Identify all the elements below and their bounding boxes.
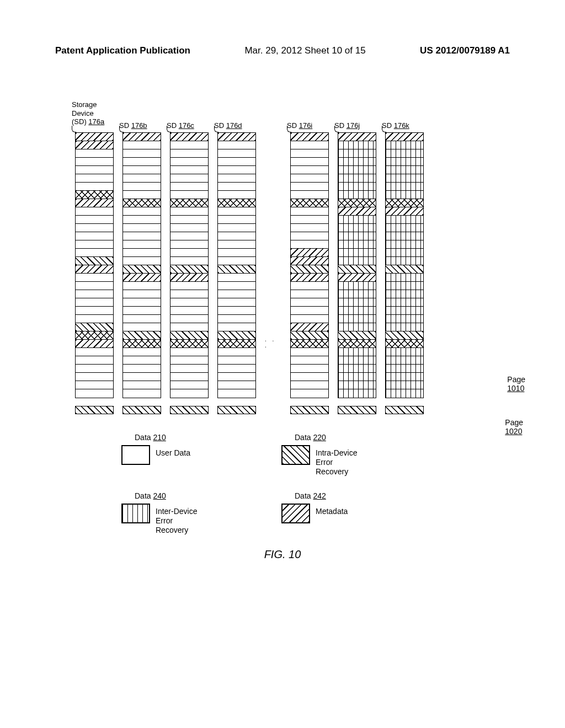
block-user (123, 166, 161, 174)
block-user (123, 158, 161, 166)
block-user (123, 323, 161, 331)
block-intra-detached (385, 406, 424, 414)
device-stack (75, 132, 114, 398)
block-inter (386, 298, 423, 307)
block-intra (386, 331, 423, 340)
block-user (123, 183, 161, 191)
block-user (218, 240, 255, 249)
block-user (291, 166, 328, 174)
block-inter (338, 249, 376, 257)
block-meta (76, 340, 113, 348)
block-user (170, 216, 208, 224)
block-user (218, 249, 255, 257)
block-meta (291, 257, 328, 265)
block-user (76, 183, 113, 191)
block-meta (338, 133, 376, 141)
legend-text: Inter-DeviceErrorRecovery (156, 504, 197, 534)
block-user (291, 191, 328, 199)
device-stack (170, 132, 209, 398)
legend-swatch-intra (281, 445, 310, 465)
block-user (170, 158, 208, 166)
block-inter (386, 290, 423, 298)
block-user (291, 356, 328, 365)
legend-ref: 240 (153, 491, 166, 500)
block-inter (338, 224, 376, 232)
block-intra (218, 265, 255, 274)
block-user (170, 389, 208, 398)
legend-swatch-meta (281, 504, 310, 523)
block-user (291, 183, 328, 191)
legend-ref: 220 (313, 433, 326, 442)
block-inter (386, 183, 423, 191)
label-connector (72, 126, 76, 132)
block-cross (338, 340, 376, 348)
block-user (76, 207, 113, 216)
block-user (76, 373, 113, 381)
block-user (123, 290, 161, 298)
block-intra (76, 257, 113, 265)
block-inter (338, 232, 376, 240)
figure-caption: FIG. 10 (55, 548, 510, 561)
label-connector (287, 126, 291, 132)
block-inter (386, 323, 423, 331)
legend-text: User Data (156, 445, 190, 458)
storage-device-176i: SD 176i (290, 132, 329, 414)
legend-item-data-242: Data 242Metadata (281, 504, 408, 534)
block-meta (291, 133, 328, 141)
block-inter (338, 216, 376, 224)
block-user (170, 174, 208, 183)
block-user (291, 290, 328, 298)
block-inter (386, 174, 423, 183)
legend-ref: 210 (153, 433, 166, 442)
block-user (76, 174, 113, 183)
block-user (170, 191, 208, 199)
block-user (123, 141, 161, 149)
block-user (170, 356, 208, 365)
block-user (291, 240, 328, 249)
block-user (123, 389, 161, 398)
block-user (170, 149, 208, 158)
block-inter (386, 389, 423, 398)
block-inter (338, 315, 376, 323)
device-label-storage: Storage (72, 100, 121, 109)
block-inter (386, 158, 423, 166)
block-user (218, 348, 255, 356)
callout-page-1010: Page 1010 (507, 375, 525, 393)
block-user (291, 348, 328, 356)
block-user (218, 298, 255, 307)
block-user (76, 307, 113, 315)
legend-data-word: Data (295, 491, 311, 500)
block-user (170, 207, 208, 216)
block-user (291, 381, 328, 389)
block-intra (123, 331, 161, 340)
block-user (218, 373, 255, 381)
block-meta (123, 133, 161, 141)
storage-device-176c: SD 176c (170, 132, 209, 414)
device-label-sd: (SD) 176a (72, 117, 104, 126)
block-user (76, 381, 113, 389)
block-intra-detached (338, 406, 376, 414)
block-meta (291, 249, 328, 257)
block-cross (123, 199, 161, 207)
legend-item-data-220: Data 220Intra-DeviceErrorRecovery (281, 445, 408, 476)
block-user (218, 183, 255, 191)
block-user (218, 158, 255, 166)
block-user (170, 166, 208, 174)
device-stack (217, 132, 256, 398)
sheet-label: Mar. 29, 2012 Sheet 10 of 15 (244, 45, 365, 56)
callout-page-1010-label: Page (507, 375, 525, 384)
legend-swatch-inter (121, 504, 150, 523)
block-inter (386, 240, 423, 249)
block-user (218, 315, 255, 323)
block-meta (386, 133, 423, 141)
block-meta (338, 274, 376, 282)
block-user (170, 257, 208, 265)
storage-device-176k: SD 176k (385, 132, 424, 414)
legend: Data 210User DataData 220Intra-DeviceErr… (55, 445, 408, 535)
device-ref: 176c (179, 121, 194, 130)
block-user (76, 149, 113, 158)
block-intra (170, 265, 208, 274)
block-inter (386, 224, 423, 232)
block-user (76, 365, 113, 373)
block-user (170, 232, 208, 240)
